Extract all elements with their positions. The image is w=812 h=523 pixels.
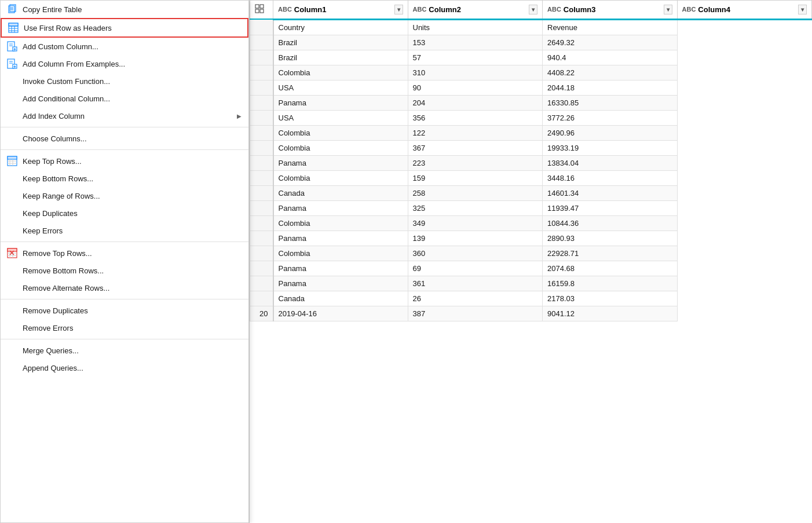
- table-cell: 22928.71: [543, 246, 678, 261]
- menu-item-choose-columns[interactable]: Choose Columns...: [1, 130, 248, 147]
- menu-item-label: Use First Row as Headers: [24, 24, 240, 32]
- menu-item-label: Keep Top Rows...: [23, 157, 242, 166]
- menu-item-label: Add Conditional Column...: [23, 94, 242, 103]
- column-header-col4: ABCColumn4▾: [677, 1, 812, 20]
- table-cell: 13834.04: [543, 155, 678, 170]
- remove-rows-icon: [6, 247, 18, 259]
- table-cell: Canada: [273, 291, 408, 306]
- table-cell: Brazil: [273, 35, 408, 50]
- corner-cell: [250, 1, 273, 20]
- submenu-arrow-icon: ▶: [237, 113, 242, 119]
- menu-separator: [1, 242, 248, 242]
- row-number: [250, 50, 273, 65]
- table-row: Brazil1532649.32: [250, 35, 812, 50]
- table-cell: 223: [408, 155, 543, 170]
- table-cell: Panama: [273, 200, 408, 215]
- menu-item-keep-errors[interactable]: Keep Errors: [1, 222, 248, 239]
- col-dropdown-col4[interactable]: ▾: [798, 5, 807, 14]
- table-cell: 3772.26: [543, 110, 678, 125]
- table-cell: Panama: [273, 95, 408, 110]
- row-number: [250, 35, 273, 50]
- menu-item-label: Keep Errors: [23, 226, 242, 235]
- menu-item-label: Remove Top Rows...: [23, 249, 242, 258]
- table-cell: Colombia: [273, 246, 408, 261]
- copy-table-icon: [6, 3, 18, 15]
- table-cell: 11939.47: [543, 200, 678, 215]
- menu-item-keep-duplicates[interactable]: Keep Duplicates: [1, 204, 248, 222]
- menu-item-copy-entire-table[interactable]: Copy Entire Table: [1, 1, 248, 18]
- table-cell: 4408.22: [543, 65, 678, 80]
- svg-rect-41: [260, 9, 264, 13]
- svg-rect-38: [255, 5, 259, 8]
- menu-item-label: Append Queries...: [23, 364, 242, 372]
- row-number: [250, 95, 273, 110]
- row-number: [250, 19, 273, 35]
- row-number: [250, 261, 273, 276]
- table-wrapper[interactable]: ABCColumn1▾ABCColumn2▾ABCColumn3▾ABCColu…: [250, 0, 812, 523]
- table-row: Panama22313834.04: [250, 155, 812, 170]
- data-table: ABCColumn1▾ABCColumn2▾ABCColumn3▾ABCColu…: [250, 0, 812, 321]
- menu-item-append-queries[interactable]: Append Queries...: [1, 359, 248, 376]
- add-custom-icon: [6, 41, 18, 52]
- table-row: Canada262178.03: [250, 291, 812, 306]
- menu-item-remove-errors[interactable]: Remove Errors: [1, 319, 248, 337]
- table-cell: 139: [408, 231, 543, 246]
- col-dropdown-col3[interactable]: ▾: [664, 5, 672, 14]
- table-row: USA3563772.26: [250, 110, 812, 125]
- table-area: ABCColumn1▾ABCColumn2▾ABCColumn3▾ABCColu…: [249, 0, 812, 523]
- table-row: Panama692074.68: [250, 261, 812, 276]
- table-row: Colombia3104408.22: [250, 65, 812, 80]
- row-number: [250, 215, 273, 231]
- menu-separator: [1, 339, 248, 339]
- table-cell: 310: [408, 65, 543, 80]
- row-number: [250, 200, 273, 215]
- table-cell: Colombia: [273, 215, 408, 231]
- column-header-col2: ABCColumn2▾: [408, 1, 543, 20]
- menu-item-merge-queries[interactable]: Merge Queries...: [1, 342, 248, 359]
- row-number: [250, 110, 273, 125]
- menu-item-add-conditional-column[interactable]: Add Conditional Column...: [1, 90, 248, 107]
- table-row: Colombia36719933.19: [250, 140, 812, 155]
- menu-item-remove-alternate-rows[interactable]: Remove Alternate Rows...: [1, 279, 248, 297]
- menu-item-keep-top-rows[interactable]: Keep Top Rows...: [1, 152, 248, 170]
- table-cell: 90: [408, 80, 543, 95]
- table-cell: Colombia: [273, 125, 408, 140]
- menu-item-remove-bottom-rows[interactable]: Remove Bottom Rows...: [1, 262, 248, 279]
- table-cell: Units: [408, 19, 543, 35]
- table-cell: 367: [408, 140, 543, 155]
- menu-item-add-index-column[interactable]: Add Index Column▶: [1, 107, 248, 125]
- table-cell: 14601.34: [543, 185, 678, 200]
- menu-item-label: Keep Bottom Rows...: [23, 174, 242, 183]
- table-row: Brazil57940.4: [250, 50, 812, 65]
- col-name: Column1: [294, 5, 327, 14]
- col-dropdown-col1[interactable]: ▾: [394, 5, 403, 14]
- menu-item-label: Add Index Column: [23, 112, 237, 120]
- table-cell: 57: [408, 50, 543, 65]
- menu-item-label: Remove Errors: [23, 324, 242, 332]
- main-container: Copy Entire TableUse First Row as Header…: [0, 0, 812, 523]
- menu-item-keep-bottom-rows[interactable]: Keep Bottom Rows...: [1, 170, 248, 187]
- menu-item-add-column-from-examples[interactable]: Add Column From Examples...: [1, 55, 248, 72]
- keep-rows-icon: [6, 155, 18, 167]
- table-cell: 2074.68: [543, 261, 678, 276]
- menu-item-label: Remove Bottom Rows...: [23, 266, 242, 275]
- menu-item-use-first-row[interactable]: Use First Row as Headers: [1, 18, 248, 38]
- table-row: Canada25814601.34: [250, 185, 812, 200]
- row-number: 20: [250, 306, 273, 321]
- menu-item-keep-range-of-rows[interactable]: Keep Range of Rows...: [1, 187, 248, 204]
- menu-item-remove-top-rows[interactable]: Remove Top Rows...: [1, 244, 248, 262]
- table-cell: Country: [273, 19, 408, 35]
- menu-item-remove-duplicates[interactable]: Remove Duplicates: [1, 302, 248, 319]
- table-cell: Revenue: [543, 19, 678, 35]
- table-cell: 159: [408, 170, 543, 185]
- menu-item-label: Invoke Custom Function...: [23, 77, 242, 86]
- col-dropdown-col2[interactable]: ▾: [529, 5, 537, 14]
- col-name: Column3: [564, 5, 596, 14]
- table-cell: Colombia: [273, 65, 408, 80]
- row-number: [250, 170, 273, 185]
- table-cell: 69: [408, 261, 543, 276]
- row-number: [250, 80, 273, 95]
- menu-item-add-custom-column[interactable]: Add Custom Column...: [1, 38, 248, 55]
- menu-item-invoke-custom-function[interactable]: Invoke Custom Function...: [1, 72, 248, 90]
- table-cell: 387: [408, 306, 543, 321]
